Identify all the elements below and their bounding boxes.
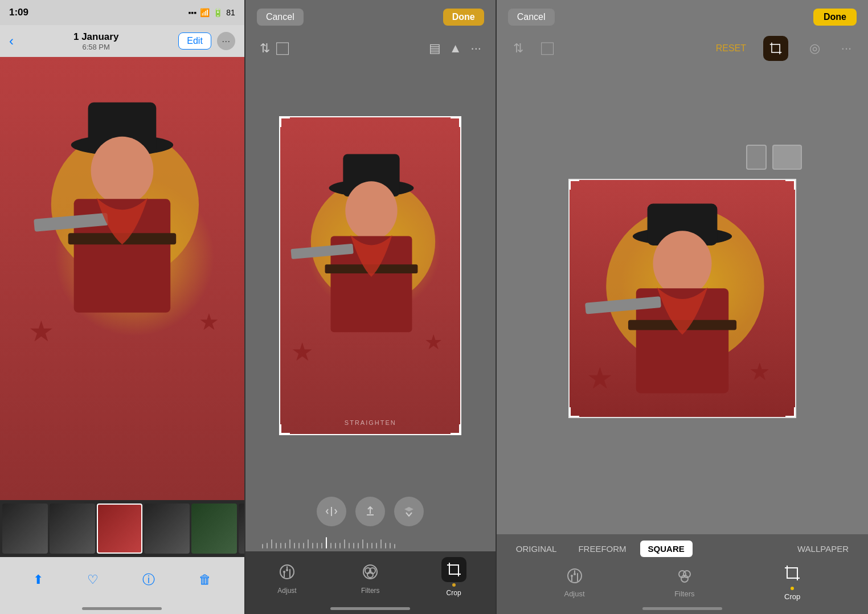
battery-icon: 🔋 [213, 8, 223, 17]
thumbnail[interactable] [144, 504, 190, 554]
svg-point-1 [71, 135, 174, 155]
p2-bottom-tabs: Adjust Filters [245, 551, 496, 603]
p3-crop-corner-br[interactable] [785, 407, 796, 417]
status-icons: ▪▪▪ 📶 🔋 81 [188, 8, 235, 17]
svg-rect-62 [787, 568, 797, 578]
svg-point-28 [283, 571, 285, 573]
photo-time: 6:58 PM [73, 43, 118, 51]
tick [385, 543, 386, 548]
svg-rect-39 [772, 44, 780, 52]
p3-crop-corner-tr[interactable] [785, 179, 796, 190]
tick [271, 539, 272, 548]
done-button[interactable]: Done [443, 9, 484, 26]
svg-rect-6 [34, 213, 108, 232]
tick [321, 543, 322, 548]
aspect-wallpaper-button[interactable]: WALLPAPER [789, 541, 857, 557]
filters-tab-label: Filters [361, 587, 380, 595]
p2-toolbar: ⇅ ⃞ ▤ ▲ ··· [245, 34, 496, 63]
aspect-ratio-bar: ORIGINAL FREEFORM SQUARE WALLPAPER [497, 534, 868, 563]
p3-rotate-icon[interactable]: ⃞ [540, 38, 560, 59]
thumbnail[interactable] [50, 504, 95, 554]
crop-frame[interactable]: ★ ★ STRAIGHTEN [279, 116, 461, 435]
adjust-tab-label: Adjust [277, 587, 296, 595]
cancel-button[interactable]: Cancel [257, 9, 304, 26]
p3-tab-crop[interactable]: Crop [784, 565, 800, 601]
p3-flip-icon[interactable]: ⇅ [508, 38, 529, 59]
tick [367, 543, 368, 548]
adjust-icon-svg [279, 564, 295, 580]
p3-crop-icon [784, 565, 800, 584]
flip-horizontal-button[interactable] [317, 497, 346, 526]
p3-options-icon[interactable]: ··· [836, 38, 857, 59]
active-crop-tool[interactable] [763, 36, 788, 61]
edit-button[interactable]: Edit [178, 32, 211, 50]
p3-small-thumbnails [746, 145, 802, 170]
tick [380, 539, 382, 548]
home-bar-3 [642, 607, 722, 610]
adjust-tab-icon [275, 559, 300, 584]
p3-crop-corner-bl[interactable] [569, 407, 579, 417]
delete-button[interactable]: 🗑 [199, 572, 211, 587]
adjust-icon[interactable]: ▲ [445, 38, 466, 59]
layout-icon[interactable]: ▤ [425, 38, 445, 59]
aspect-original-button[interactable]: ORIGINAL [508, 541, 565, 557]
p3-tab-adjust[interactable]: Adjust [564, 568, 584, 598]
thumbnail[interactable] [2, 504, 48, 554]
aspect-freeform-button[interactable]: FREEFORM [570, 541, 634, 557]
flip-icon[interactable]: ⇅ [255, 38, 275, 59]
home-indicator-2 [245, 603, 496, 614]
cowboy-artwork: ★ ★ [0, 57, 244, 420]
svg-rect-4 [74, 199, 171, 312]
crop-corner-tl[interactable] [280, 117, 290, 127]
flip-vertical-button[interactable] [394, 497, 424, 526]
aspect-square-button[interactable]: SQUARE [640, 541, 693, 557]
crop-corner-tr[interactable] [451, 117, 461, 127]
ruler-line[interactable] [262, 537, 478, 548]
p3-cancel-button[interactable]: Cancel [508, 9, 555, 26]
options-icon[interactable]: ··· [466, 38, 486, 59]
filters-tab-icon [358, 559, 383, 584]
tick [353, 543, 354, 548]
p3-crop-frame[interactable]: ★ ★ [568, 179, 796, 418]
tab-adjust[interactable]: Adjust [275, 559, 300, 595]
tab-crop[interactable]: Crop [441, 557, 466, 597]
svg-point-47 [653, 231, 711, 296]
thumbnail[interactable] [239, 504, 244, 554]
svg-point-57 [571, 575, 573, 577]
tick [285, 543, 286, 548]
p3-adjust-icon [567, 568, 583, 587]
crop-tab-label: Crop [447, 589, 461, 597]
tick [289, 539, 290, 548]
more-button[interactable]: ··· [217, 32, 235, 50]
tick [376, 543, 377, 548]
panel-crop-square: Cancel Done ⇅ ⃞ RESET ◎ ··· [497, 0, 868, 614]
favorite-button[interactable]: ♡ [87, 572, 99, 587]
orientation-icon [363, 505, 377, 518]
crop-corner-br[interactable] [451, 424, 461, 435]
back-button[interactable]: ‹ [9, 33, 14, 49]
svg-text:★: ★ [199, 309, 219, 334]
p3-image-container: ★ ★ [568, 179, 796, 418]
p3-bottom-tabs: Adjust Filters [497, 563, 868, 603]
share-button[interactable]: ⬆ [33, 572, 43, 587]
p2-image-area: ★ ★ STRAIGHTEN [245, 63, 496, 489]
thumbnail[interactable] [191, 504, 237, 554]
p3-crop-corner-tl[interactable] [569, 179, 579, 190]
tick [303, 543, 304, 548]
p3-done-button[interactable]: Done [813, 9, 857, 26]
reset-button[interactable]: RESET [716, 43, 746, 54]
orientation-button[interactable] [355, 497, 385, 526]
crop-corner-bl[interactable] [280, 424, 290, 435]
nav-right: Edit ··· [178, 32, 235, 50]
tab-filters[interactable]: Filters [358, 559, 383, 595]
rotate-icon[interactable]: ⃞ [275, 38, 296, 59]
active-crop-icon [769, 42, 782, 55]
tick [326, 537, 327, 548]
thumbnail-strip [0, 500, 244, 557]
p3-filter-icon[interactable]: ◎ [804, 38, 825, 59]
tick [362, 539, 363, 548]
p3-topbar: Cancel Done [497, 0, 868, 34]
info-button[interactable]: ⓘ [142, 571, 155, 588]
thumbnail[interactable] [97, 504, 142, 554]
p3-tab-filters[interactable]: Filters [674, 568, 694, 598]
